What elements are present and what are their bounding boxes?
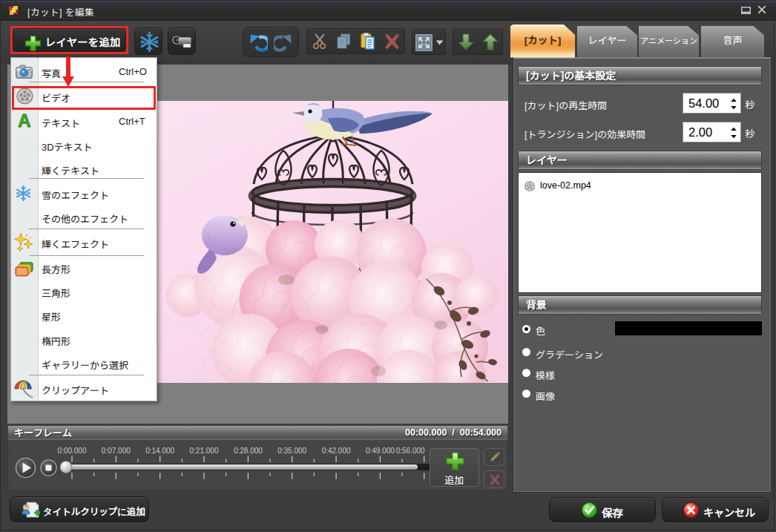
svg-text:A: A (18, 112, 30, 130)
